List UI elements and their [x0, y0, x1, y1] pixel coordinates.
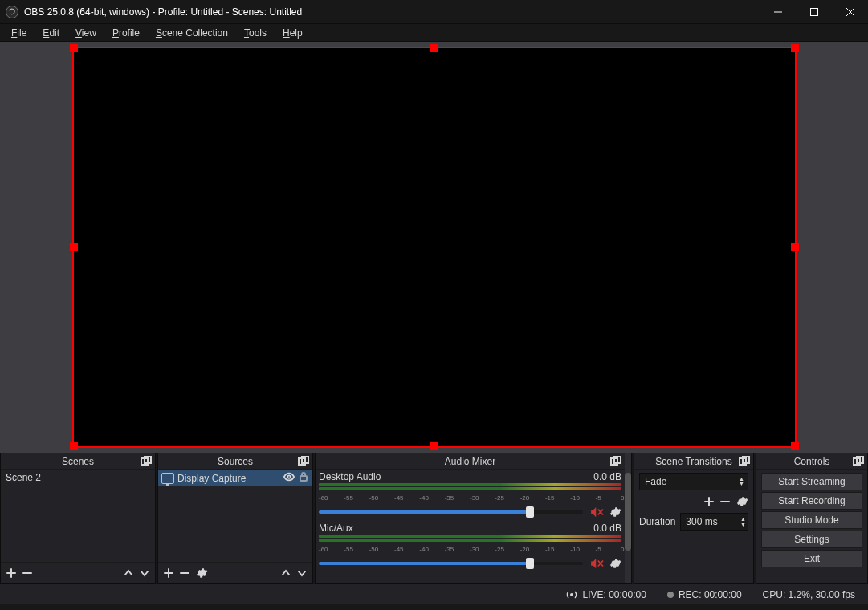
selection-handle-w[interactable]: [70, 243, 78, 251]
svg-point-30: [570, 593, 573, 596]
transition-select[interactable]: Fade ▲▼: [639, 473, 748, 490]
sources-header: Sources: [158, 453, 312, 470]
transition-selected: Fade: [645, 476, 666, 487]
add-transition-button[interactable]: [703, 495, 715, 508]
controls-title: Controls: [794, 456, 830, 467]
selection-handle-ne[interactable]: [791, 44, 799, 52]
mixer-channel: Desktop Audio 0.0 dB -60-55-50-45-40-35-…: [319, 471, 621, 519]
remove-transition-button[interactable]: [719, 495, 731, 508]
channel-name: Mic/Aux: [319, 523, 353, 534]
svg-rect-13: [300, 476, 307, 481]
select-updown-icon: ▲▼: [739, 477, 744, 486]
controls-dock: Controls Start Streaming Start Recording…: [756, 453, 868, 584]
move-scene-up-button[interactable]: [123, 567, 134, 579]
duration-value: 300 ms: [686, 516, 717, 527]
menu-help[interactable]: Help: [275, 26, 311, 40]
mute-button[interactable]: [589, 506, 605, 518]
channel-db: 0.0 dB: [593, 471, 621, 482]
preview-area[interactable]: [0, 42, 868, 453]
remove-source-button[interactable]: [179, 567, 190, 579]
svg-point-12: [287, 475, 291, 478]
titlebar: OBS 25.0.8 (64-bit, windows) - Profile: …: [0, 0, 868, 24]
menu-tools[interactable]: Tools: [236, 26, 275, 40]
docks-row: Scenes Scene 2 Sources Display Ca: [0, 453, 868, 584]
remove-scene-button[interactable]: [22, 567, 33, 579]
start-recording-button[interactable]: Start Recording: [761, 492, 862, 510]
move-scene-down-button[interactable]: [139, 567, 150, 579]
exit-button[interactable]: Exit: [761, 550, 862, 567]
menubar: File Edit View Profile Scene Collection …: [0, 24, 868, 42]
volume-thumb[interactable]: [526, 506, 534, 518]
status-live-text: LIVE: 00:00:00: [582, 589, 646, 600]
controls-header: Controls: [756, 453, 867, 470]
sources-list[interactable]: Display Capture: [158, 470, 312, 562]
maximize-button[interactable]: [796, 0, 832, 23]
vu-ticks: -60-55-50-45-40-35-30-25-20-15-10-50: [319, 494, 621, 502]
scenes-popout-icon[interactable]: [141, 456, 152, 470]
move-source-down-button[interactable]: [296, 567, 308, 579]
preview-canvas[interactable]: [72, 47, 797, 448]
add-source-button[interactable]: [163, 567, 174, 579]
scenes-dock: Scenes Scene 2: [0, 453, 156, 584]
sources-toolbar: [158, 562, 312, 583]
volume-slider[interactable]: [319, 510, 583, 514]
menu-view[interactable]: View: [67, 26, 104, 40]
mixer-scrollbar[interactable]: [625, 453, 631, 583]
menu-edit[interactable]: Edit: [35, 26, 67, 40]
selection-handle-nw[interactable]: [70, 44, 78, 52]
mixer-header: Audio Mixer: [316, 453, 625, 470]
transitions-header: Scene Transitions: [634, 453, 753, 470]
window-title: OBS 25.0.8 (64-bit, windows) - Profile: …: [24, 6, 302, 18]
selection-outline: [72, 47, 797, 448]
settings-button[interactable]: Settings: [761, 531, 862, 548]
selection-handle-e[interactable]: [791, 243, 799, 251]
source-properties-button[interactable]: [195, 567, 208, 580]
spinbox-arrows-icon[interactable]: ▲▼: [740, 516, 746, 527]
scenes-list[interactable]: Scene 2: [1, 470, 155, 562]
mute-button[interactable]: [589, 558, 605, 569]
volume-slider[interactable]: [319, 562, 583, 565]
selection-handle-s[interactable]: [430, 442, 438, 450]
vu-meter: [319, 535, 621, 546]
minimize-button[interactable]: [760, 0, 796, 23]
selection-handle-sw[interactable]: [70, 442, 78, 450]
transition-properties-button[interactable]: [736, 495, 748, 508]
scene-list-item[interactable]: Scene 2: [1, 470, 155, 486]
selection-handle-se[interactable]: [791, 442, 799, 450]
mixer-popout-icon[interactable]: [610, 456, 621, 470]
volume-thumb[interactable]: [526, 558, 534, 569]
start-streaming-button[interactable]: Start Streaming: [761, 473, 862, 490]
duration-spinbox[interactable]: 300 ms ▲▼: [680, 513, 748, 531]
channel-db: 0.0 dB: [593, 523, 621, 534]
status-rec-text: REC: 00:00:00: [679, 589, 742, 600]
menu-profile[interactable]: Profile: [104, 26, 148, 40]
controls-popout-icon[interactable]: [853, 456, 864, 470]
status-rec: REC: 00:00:00: [667, 589, 742, 600]
status-cpu-text: CPU: 1.2%, 30.00 fps: [763, 589, 855, 600]
mixer-body: Desktop Audio 0.0 dB -60-55-50-45-40-35-…: [316, 470, 625, 583]
studio-mode-button[interactable]: Studio Mode: [761, 511, 862, 529]
mixer-channel: Mic/Aux 0.0 dB -60-55-50-45-40-35-30-25-…: [319, 523, 621, 571]
add-scene-button[interactable]: [6, 567, 17, 579]
transitions-popout-icon[interactable]: [739, 456, 750, 470]
record-dot-icon: [667, 592, 674, 598]
channel-settings-button[interactable]: [609, 557, 621, 570]
selection-handle-n[interactable]: [430, 44, 438, 52]
close-button[interactable]: [832, 0, 868, 23]
source-lock-toggle[interactable]: [298, 471, 309, 485]
menu-file[interactable]: File: [3, 26, 35, 40]
source-visibility-toggle[interactable]: [283, 471, 295, 485]
audio-mixer-dock: Audio Mixer Desktop Audio 0.0 dB -6: [315, 453, 632, 584]
broadcast-icon: [566, 589, 577, 600]
source-list-item[interactable]: Display Capture: [158, 470, 312, 486]
window-controls: [760, 0, 868, 23]
channel-settings-button[interactable]: [609, 506, 621, 518]
menu-scene-collection[interactable]: Scene Collection: [148, 26, 236, 40]
scenes-toolbar: [1, 562, 155, 583]
scenes-title: Scenes: [62, 456, 94, 467]
status-live: LIVE: 00:00:00: [566, 589, 646, 600]
vu-meter: [319, 483, 621, 494]
move-source-up-button[interactable]: [280, 567, 291, 579]
sources-dock: Sources Display Capture: [157, 453, 313, 584]
sources-popout-icon[interactable]: [298, 456, 309, 470]
